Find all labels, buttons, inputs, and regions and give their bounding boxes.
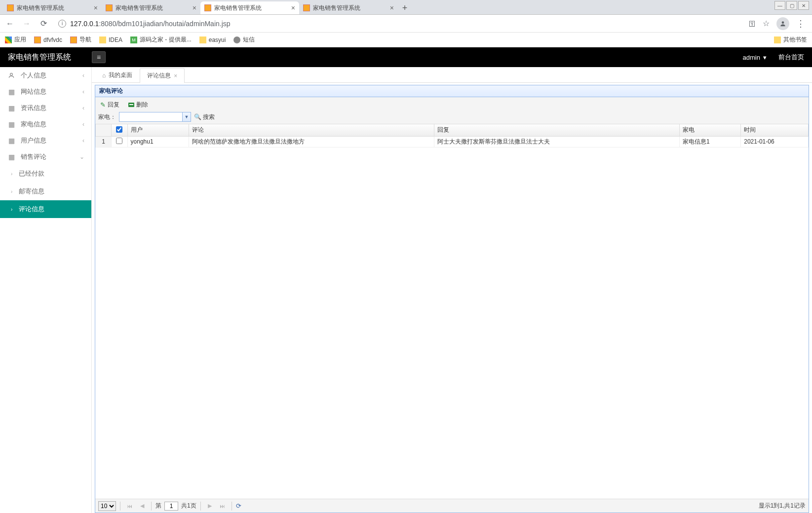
front-home-link[interactable]: 前台首页	[778, 53, 804, 62]
pager-refresh-button[interactable]: ⟳	[236, 502, 241, 510]
back-button[interactable]: ←	[4, 18, 16, 30]
bookmark-item[interactable]: 短信	[233, 36, 255, 44]
bookmark-favicon-icon	[70, 37, 77, 43]
sidebar-sub-shipping[interactable]: › 邮寄信息	[0, 183, 91, 200]
home-icon: ⌂	[102, 72, 106, 79]
search-icon: 🔍	[194, 113, 201, 120]
browser-tab[interactable]: 家电销售管理系统 ×	[102, 1, 200, 14]
bookmark-other[interactable]: 其他书签	[774, 36, 807, 44]
pager-prev-button[interactable]: ◀	[137, 501, 147, 511]
admin-username: admin	[743, 54, 760, 61]
col-user[interactable]: 用户	[127, 124, 189, 136]
pager-info: 显示1到1,共1记录	[759, 502, 806, 510]
pager-first-button[interactable]: ⏮	[124, 501, 134, 511]
tab-close-icon[interactable]: ×	[174, 73, 177, 79]
browser-tab[interactable]: 家电销售管理系统 ×	[299, 1, 398, 14]
tab-close-icon[interactable]: ×	[193, 4, 196, 12]
bookmark-item[interactable]: M源码之家 - 提供最...	[130, 36, 192, 44]
delete-icon	[128, 103, 134, 107]
forward-button[interactable]: →	[21, 18, 33, 30]
col-reply[interactable]: 回复	[434, 124, 679, 136]
col-checkbox-header[interactable]	[112, 124, 127, 136]
window-close-button[interactable]: ✕	[798, 1, 809, 10]
datagrid-panel: 家电评论 ✎ 回复 删除 家电： ▼	[95, 85, 809, 513]
delete-button[interactable]: 删除	[126, 100, 150, 110]
browser-tab-active[interactable]: 家电销售管理系统 ×	[200, 1, 299, 14]
tab-comments[interactable]: 评论信息 ×	[140, 68, 185, 83]
chevron-left-icon: ‹	[82, 105, 84, 111]
bookmark-item[interactable]: 导航	[70, 36, 91, 44]
pager-total-pages: 共1页	[181, 502, 196, 510]
password-key-icon[interactable]: ⚿	[749, 20, 756, 28]
table-row[interactable]: 1 yonghu1 阿啥的范德萨发撒地方撒旦法撒旦法撒地方 阿士大夫撒打发斯蒂芬…	[96, 136, 809, 147]
window-controls: — ▢ ✕	[774, 1, 809, 10]
content-tabs: ⌂ 我的桌面 评论信息 ×	[92, 67, 812, 83]
sidebar-sub-paid[interactable]: › 已经付款	[0, 165, 91, 183]
cell-time: 2021-01-06	[741, 136, 809, 147]
profile-avatar-icon[interactable]	[776, 17, 789, 30]
file-icon: ▦	[7, 104, 16, 112]
reload-button[interactable]: ⟳	[38, 18, 49, 30]
tab-home[interactable]: ⌂ 我的桌面	[95, 68, 140, 82]
bookmark-apps[interactable]: 应用	[5, 36, 26, 44]
page-size-select[interactable]: 10	[98, 501, 116, 511]
user-icon	[7, 72, 16, 79]
select-all-checkbox[interactable]	[116, 126, 122, 133]
bookmark-item[interactable]: dfvfvdc	[34, 37, 62, 43]
sidebar-item-site[interactable]: ▦ 网站信息 ‹	[0, 83, 91, 100]
col-comment[interactable]: 评论	[189, 124, 434, 136]
search-button[interactable]: 🔍 搜索	[194, 113, 215, 121]
sidebar-item-news[interactable]: ▦ 资讯信息 ‹	[0, 100, 91, 116]
pager-next-button[interactable]: ▶	[205, 501, 215, 511]
pager-page-input[interactable]	[164, 502, 178, 511]
folder-icon	[99, 37, 106, 43]
panel-title: 家电评论	[95, 85, 809, 97]
browser-menu-icon[interactable]: ⋮	[796, 18, 805, 29]
appliance-combo-input[interactable]	[119, 112, 182, 122]
cell-checkbox[interactable]	[112, 136, 127, 147]
window-maximize-button[interactable]: ▢	[786, 1, 797, 10]
col-rownum	[96, 124, 112, 136]
pager-last-button[interactable]: ⏭	[218, 501, 228, 511]
url-input[interactable]: i 127.0.0.1:8080/bdm101jiadian/houtai/ad…	[54, 17, 744, 31]
browser-tab[interactable]: 家电销售管理系统 ×	[3, 1, 102, 14]
chevron-left-icon: ‹	[82, 137, 84, 144]
main-content: ⌂ 我的桌面 评论信息 × 家电评论 ✎ 回复 删除	[92, 67, 812, 513]
bookmark-item[interactable]: easyui	[199, 37, 226, 43]
cell-rownum: 1	[96, 136, 112, 147]
browser-tab-title: 家电销售管理系统	[116, 4, 190, 12]
admin-dropdown[interactable]: admin ▾	[743, 54, 767, 61]
cell-comment: 阿啥的范德萨发撒地方撒旦法撒旦法撒地方	[189, 136, 434, 147]
reply-button[interactable]: ✎ 回复	[98, 100, 121, 110]
caret-down-icon: ▾	[763, 54, 767, 61]
sidebar-sub-label: 评论信息	[19, 205, 44, 214]
tab-close-icon[interactable]: ×	[291, 4, 295, 12]
window-minimize-button[interactable]: —	[774, 1, 785, 10]
row-checkbox[interactable]	[116, 138, 122, 144]
file-icon: ▦	[7, 153, 16, 161]
col-product[interactable]: 家电	[679, 124, 740, 136]
chevron-right-icon: ›	[11, 189, 12, 194]
bookmark-item[interactable]: IDEA	[99, 37, 122, 43]
apps-icon	[5, 37, 12, 43]
sidebar-item-sales-comments[interactable]: ▦ 销售评论 ⌄	[0, 148, 91, 165]
col-time[interactable]: 时间	[741, 124, 809, 136]
appliance-combo[interactable]: ▼	[119, 112, 191, 122]
sidebar-sub-comments[interactable]: › 评论信息	[0, 200, 91, 218]
tab-close-icon[interactable]: ×	[390, 4, 394, 12]
chevron-left-icon: ‹	[82, 88, 84, 95]
tab-close-icon[interactable]: ×	[94, 4, 98, 12]
favicon-icon	[303, 4, 310, 11]
url-path: /bdm101jiadian/houtai/adminMain.jsp	[116, 20, 230, 28]
new-tab-button[interactable]: +	[398, 1, 412, 14]
sidebar-item-profile[interactable]: 个人信息 ‹	[0, 67, 91, 83]
sidebar-item-users[interactable]: ▦ 用户信息 ‹	[0, 132, 91, 148]
sidebar-toggle-button[interactable]: ≡	[92, 51, 106, 63]
browser-tab-title: 家电销售管理系统	[214, 4, 288, 12]
toolbar: ✎ 回复 删除 家电： ▼ 🔍 搜索	[95, 97, 809, 124]
bookmark-star-icon[interactable]: ☆	[763, 19, 770, 28]
file-icon: ▦	[7, 137, 16, 145]
combo-dropdown-button[interactable]: ▼	[182, 112, 191, 122]
sidebar-item-appliance[interactable]: ▦ 家电信息 ‹	[0, 116, 91, 132]
site-info-icon[interactable]: i	[58, 20, 66, 28]
